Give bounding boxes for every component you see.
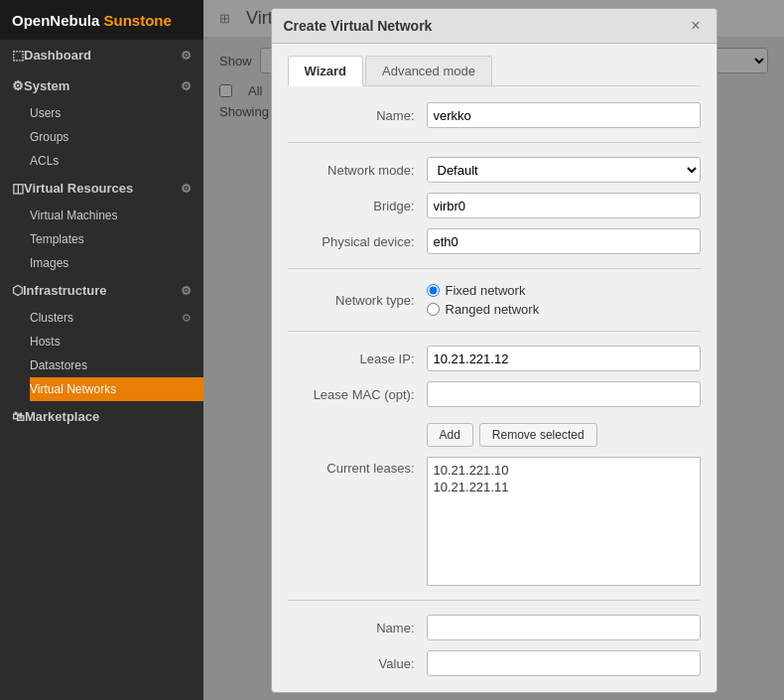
attr-name-input[interactable] — [427, 615, 701, 640]
sidebar-item-virtual-networks[interactable]: Virtual Networks — [30, 377, 203, 401]
lease-buttons-row: Add Remove selected — [288, 417, 701, 447]
images-label: Images — [30, 256, 68, 270]
fixed-network-radio[interactable] — [427, 284, 440, 297]
app-brand: Sunstone — [104, 12, 172, 29]
ranged-network-option[interactable]: Ranged network — [427, 302, 540, 317]
physical-device-row: Physical device: — [288, 228, 701, 254]
divider-3 — [288, 331, 701, 332]
sidebar-item-hosts[interactable]: Hosts — [30, 330, 203, 353]
lease-item-2: 10.21.221.11 — [434, 479, 694, 495]
lease-mac-input[interactable] — [427, 381, 701, 407]
physical-device-input[interactable] — [427, 228, 701, 254]
system-subnav: Users Groups ACLs — [0, 101, 203, 173]
tab-advanced-mode[interactable]: Advanced mode — [365, 56, 492, 85]
network-type-radios: Fixed network Ranged network — [427, 283, 540, 317]
gear-icon-clusters: ⚙ — [182, 312, 192, 325]
sidebar-item-users[interactable]: Users — [30, 101, 203, 125]
vm-label: Virtual Machines — [30, 209, 118, 222]
marketplace-icon: 🛍 — [12, 409, 25, 424]
physical-device-label: Physical device: — [288, 234, 427, 249]
sidebar-item-label: Dashboard — [24, 48, 91, 63]
infrastructure-icon: ⬡ — [12, 283, 23, 298]
modal-header: Create Virtual Network × — [272, 9, 717, 44]
attr-name-label: Name: — [288, 621, 427, 635]
ranged-network-label: Ranged network — [446, 302, 540, 317]
sidebar-item-clusters[interactable]: Clusters ⚙ — [30, 306, 203, 330]
bridge-input[interactable] — [427, 193, 701, 218]
sidebar: OpenNebula Sunstone ⬚ Dashboard ⚙ ⚙ Syst… — [0, 0, 203, 700]
system-icon: ⚙ — [12, 78, 24, 93]
main-content: ⊞ Virtual N Show 10 25 50 All ID Showing… — [203, 0, 784, 700]
lease-ip-label: Lease IP: — [288, 351, 427, 366]
name-input[interactable] — [427, 102, 701, 128]
lease-ip-row: Lease IP: — [288, 346, 701, 371]
gear-icon: ⚙ — [181, 49, 192, 63]
gear-icon-vr: ⚙ — [181, 182, 192, 196]
lease-mac-label: Lease MAC (opt): — [288, 387, 427, 402]
network-mode-row: Network mode: Default Bridged VLAN — [288, 157, 701, 183]
attr-value-label: Value: — [288, 656, 427, 671]
current-leases-row: Current leases: 10.21.221.10 10.21.221.1… — [288, 457, 701, 586]
sidebar-item-dashboard[interactable]: ⬚ Dashboard ⚙ — [0, 40, 203, 70]
sidebar-section-virtual-resources[interactable]: ◫ Virtual Resources ⚙ — [0, 173, 203, 204]
virtual-resources-icon: ◫ — [12, 181, 24, 196]
virtual-networks-label: Virtual Networks — [30, 382, 116, 396]
modal-close-button[interactable]: × — [687, 17, 704, 35]
sidebar-item-marketplace[interactable]: 🛍 Marketplace — [0, 401, 203, 432]
attr-buttons-row: Add Remove selected — [288, 686, 701, 692]
name-label: Name: — [288, 108, 427, 123]
marketplace-label: Marketplace — [25, 409, 99, 424]
virtual-resources-subnav: Virtual Machines Templates Images — [0, 204, 203, 275]
network-type-row: Network type: Fixed network Ranged netwo… — [288, 283, 701, 317]
fixed-network-option[interactable]: Fixed network — [427, 283, 540, 298]
current-leases-box[interactable]: 10.21.221.10 10.21.221.11 — [427, 457, 701, 586]
ranged-network-radio[interactable] — [427, 303, 440, 316]
network-mode-label: Network mode: — [288, 163, 427, 178]
app-logo: OpenNebula Sunstone — [0, 0, 203, 40]
divider-2 — [288, 268, 701, 269]
clusters-label: Clusters — [30, 311, 73, 325]
attr-value-input[interactable] — [427, 650, 701, 676]
current-leases-label: Current leases: — [288, 461, 427, 476]
attr-value-row: Value: — [288, 650, 701, 676]
remove-selected-lease-button[interactable]: Remove selected — [479, 423, 597, 447]
sidebar-section-label: Virtual Resources — [24, 181, 133, 196]
lease-item-1: 10.21.221.10 — [434, 462, 694, 479]
add-lease-button[interactable]: Add — [427, 423, 473, 447]
datastores-label: Datastores — [30, 358, 87, 372]
hosts-label: Hosts — [30, 335, 61, 349]
sidebar-item-images[interactable]: Images — [30, 251, 203, 275]
modal-overlay: Create Virtual Network × Wizard Advanced… — [203, 0, 784, 700]
network-type-label: Network type: — [288, 293, 427, 308]
network-mode-select[interactable]: Default Bridged VLAN — [427, 157, 701, 183]
bridge-label: Bridge: — [288, 199, 427, 213]
sidebar-item-virtual-machines[interactable]: Virtual Machines — [30, 204, 203, 227]
sidebar-item-templates[interactable]: Templates — [30, 227, 203, 251]
modal-title: Create Virtual Network — [284, 18, 433, 34]
lease-action-buttons: Add Remove selected — [427, 423, 597, 447]
lease-ip-input[interactable] — [427, 346, 701, 371]
lease-mac-row: Lease MAC (opt): — [288, 381, 701, 407]
users-label: Users — [30, 106, 61, 120]
tab-wizard[interactable]: Wizard — [288, 56, 364, 86]
modal-tabs: Wizard Advanced mode — [288, 56, 701, 86]
dashboard-icon: ⬚ — [12, 48, 24, 63]
sidebar-section-label: System — [24, 78, 69, 93]
gear-icon-infra: ⚙ — [181, 284, 192, 298]
divider-4 — [288, 600, 701, 601]
modal-body: Wizard Advanced mode Name: Network mode: — [272, 44, 717, 692]
divider-1 — [288, 142, 701, 143]
fixed-network-label: Fixed network — [446, 283, 526, 298]
infrastructure-subnav: Clusters ⚙ Hosts Datastores Virtual Netw… — [0, 306, 203, 401]
groups-label: Groups — [30, 130, 68, 144]
sidebar-section-system[interactable]: ⚙ System ⚙ — [0, 70, 203, 101]
gear-icon-system: ⚙ — [181, 79, 192, 93]
bridge-row: Bridge: — [288, 193, 701, 218]
sidebar-item-acls[interactable]: ACLs — [30, 149, 203, 173]
acls-label: ACLs — [30, 154, 59, 168]
app-name-text: OpenNebula — [12, 12, 99, 29]
sidebar-section-infrastructure[interactable]: ⬡ Infrastructure ⚙ — [0, 275, 203, 306]
app-name: OpenNebula Sunstone — [12, 12, 172, 29]
sidebar-item-groups[interactable]: Groups — [30, 125, 203, 149]
sidebar-item-datastores[interactable]: Datastores — [30, 353, 203, 377]
